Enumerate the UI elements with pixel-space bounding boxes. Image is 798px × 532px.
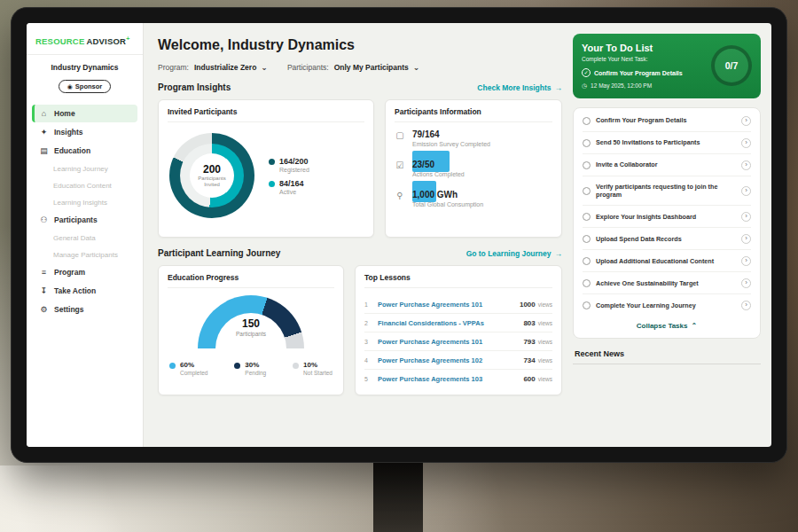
invited-participants-card: Invited Participants 200 Participants In… — [158, 99, 374, 238]
lesson-link[interactable]: Power Purchase Agreements 102 — [378, 356, 518, 364]
lesson-views-value: 803 — [523, 319, 535, 327]
participants-select[interactable]: Only My Participants ⌄ — [334, 63, 420, 72]
task-checkbox[interactable] — [583, 187, 591, 195]
participants-icon: ⚇ — [39, 216, 49, 224]
invited-donut-chart: 200 Participants Invited — [169, 133, 254, 218]
legend-label: Active — [279, 189, 304, 195]
legend-dot — [269, 159, 275, 165]
task-row-achieve-sustainability-target[interactable]: Achieve One Sustainability Target › — [583, 272, 751, 294]
lesson-views-unit: views — [538, 357, 552, 364]
lesson-link[interactable]: Financial Considerations - VPPAs — [378, 319, 518, 327]
chevron-right-icon[interactable]: › — [741, 160, 751, 170]
task-checkbox[interactable] — [583, 117, 591, 125]
task-checkbox[interactable] — [583, 279, 591, 287]
sidebar-item-label: Program — [54, 268, 85, 277]
chevron-right-icon[interactable]: › — [741, 234, 751, 244]
task-list-card: Confirm Your Program Details › Send 50 I… — [573, 107, 761, 339]
task-row-upload-educational-content[interactable]: Upload Additional Educational Content › — [583, 250, 751, 272]
home-icon: ⌂ — [39, 110, 49, 118]
brand-plus-superscript: + — [126, 35, 129, 42]
sidebar-item-label: Participants — [54, 215, 98, 224]
sidebar-item-general-data[interactable]: General Data — [32, 230, 137, 246]
task-row-invite-collaborator[interactable]: Invite a Collaborator › — [583, 154, 751, 176]
program-icon: ≡ — [39, 269, 49, 277]
task-checkbox[interactable] — [583, 213, 591, 221]
invited-center-label: Participants Invited — [192, 176, 231, 189]
sidebar: RESOURCEADVISOR+ Industry Dynamics ◉ Spo… — [27, 23, 144, 447]
task-checkbox[interactable] — [583, 257, 591, 265]
education-icon: ▤ — [39, 147, 49, 155]
lesson-link[interactable]: Power Purchase Agreements 103 — [378, 375, 518, 383]
chevron-right-icon[interactable]: › — [741, 116, 751, 126]
collapse-tasks-link[interactable]: Collapse Tasks ⌃ — [583, 316, 751, 333]
task-row-complete-learning-journey[interactable]: Complete Your Learning Journey › — [583, 294, 751, 316]
lesson-rank: 3 — [364, 339, 372, 345]
legend-value: 84/164 — [279, 179, 304, 188]
go-to-learning-journey-link[interactable]: Go to Learning Journey → — [466, 249, 562, 258]
sidebar-item-label: Settings — [54, 305, 84, 314]
check-more-insights-link[interactable]: Check More Insights → — [477, 83, 562, 92]
sidebar-item-home[interactable]: ⌂ Home — [32, 105, 137, 122]
chevron-right-icon[interactable]: › — [741, 256, 751, 266]
sidebar-item-learning-insights[interactable]: Learning Insights — [32, 194, 137, 210]
participants-information-card: Participants Information ▢ 79/164 Emissi… — [385, 99, 562, 238]
sidebar-item-label: Learning Journey — [53, 165, 108, 173]
info-value: 23/50 — [412, 160, 465, 169]
lesson-views: 734views — [523, 356, 552, 364]
task-row-explore-insights[interactable]: Explore Your Insights Dashboard › — [583, 206, 751, 228]
todo-next-task[interactable]: ✓ Confirm Your Program Details — [582, 68, 683, 77]
sidebar-item-label: Take Action — [54, 286, 96, 295]
sidebar-item-settings[interactable]: ⚙ Settings — [32, 301, 137, 318]
sidebar-item-take-action[interactable]: ↧ Take Action — [32, 282, 137, 300]
legend-item-active: 84/164 Active — [269, 179, 309, 195]
task-row-send-invitations[interactable]: Send 50 Invitations to Participants › — [583, 132, 751, 154]
invited-card-body: 200 Participants Invited 164/200 Registe — [168, 129, 364, 222]
chevron-right-icon[interactable]: › — [741, 301, 751, 310]
card-title: Education Progress — [168, 273, 334, 288]
sidebar-item-insights[interactable]: ✦ Insights — [32, 123, 137, 141]
background-light — [0, 466, 142, 532]
task-checkbox[interactable] — [583, 161, 591, 169]
legend-label: Not Started — [303, 370, 332, 376]
todo-due-date: ◷ 12 May 2025, 12:00 PM — [582, 82, 683, 89]
program-select[interactable]: Industrialize Zero ⌄ — [194, 63, 268, 72]
recent-news-title: Recent News — [573, 348, 761, 364]
education-gauge-center: 150 Participants — [198, 317, 304, 337]
legend-label: Completed — [180, 370, 207, 376]
lesson-row: 5 Power Purchase Agreements 103 600views — [364, 370, 552, 387]
chevron-right-icon[interactable]: › — [741, 278, 751, 288]
chevron-right-icon[interactable]: › — [741, 138, 751, 148]
info-label: Total Global Consumption — [412, 201, 483, 207]
lesson-link[interactable]: Power Purchase Agreements 101 — [378, 338, 518, 346]
sidebar-item-participants[interactable]: ⚇ Participants — [32, 211, 137, 229]
sidebar-item-learning-journey[interactable]: Learning Journey — [32, 160, 137, 176]
monitor-stand — [373, 459, 423, 532]
participants-select-value: Only My Participants — [334, 63, 409, 72]
chevron-right-icon[interactable]: › — [741, 186, 751, 196]
lesson-views: 600views — [523, 375, 552, 383]
task-checkbox[interactable] — [583, 301, 591, 309]
task-row-upload-spend-data[interactable]: Upload Spend Data Records › — [583, 228, 751, 250]
survey-icon: ▢ — [395, 129, 405, 151]
lesson-link[interactable]: Power Purchase Agreements 101 — [378, 301, 514, 309]
task-row-verify-participants[interactable]: Verify participants requesting to join t… — [583, 176, 751, 206]
education-gauge-chart: 150 Participants — [198, 295, 304, 350]
link-label: Check More Insights — [477, 83, 551, 92]
lesson-rank: 2 — [364, 320, 372, 326]
top-lessons-card: Top Lessons 1 Power Purchase Agreements … — [355, 265, 562, 395]
task-checkbox[interactable] — [583, 235, 591, 243]
sidebar-item-program[interactable]: ≡ Program — [32, 263, 137, 281]
task-label: Send 50 Invitations to Participants — [596, 138, 736, 147]
sidebar-item-manage-participants[interactable]: Manage Participants — [32, 246, 137, 262]
task-row-confirm-program[interactable]: Confirm Your Program Details › — [583, 110, 751, 132]
lesson-views-value: 793 — [523, 338, 535, 346]
sidebar-item-label: Learning Insights — [53, 199, 107, 207]
legend-text: 60% Completed — [180, 361, 207, 376]
info-label: Actions Completed — [412, 171, 465, 177]
sidebar-item-education-content[interactable]: Education Content — [32, 177, 137, 193]
location-pin-icon: ⚲ — [395, 190, 405, 211]
todo-due-label: 12 May 2025, 12:00 PM — [591, 82, 652, 89]
chevron-right-icon[interactable]: › — [741, 212, 751, 222]
sidebar-item-education[interactable]: ▤ Education — [32, 142, 137, 160]
task-checkbox[interactable] — [583, 139, 591, 147]
